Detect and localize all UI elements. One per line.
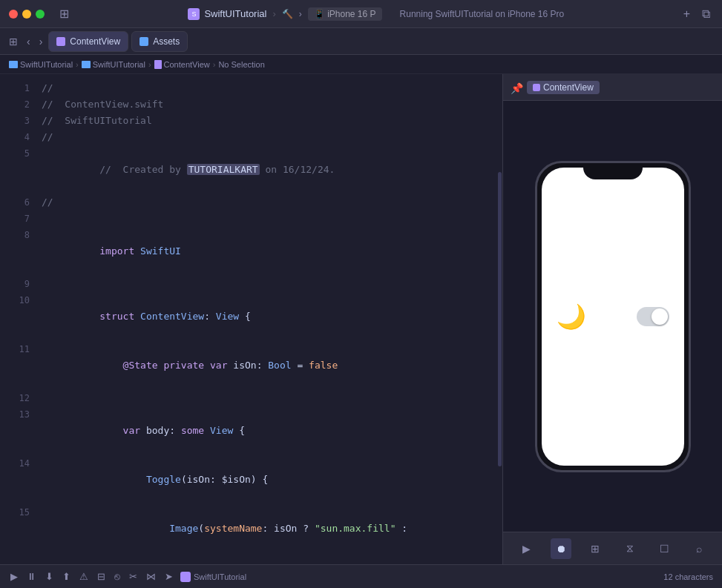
preview-record-button[interactable]: ⏺ [551, 538, 571, 559]
code-line-1: 1 // [0, 80, 502, 96]
status-down-button[interactable]: ⬇ [44, 569, 55, 584]
preview-title-badge[interactable]: ContentView [527, 81, 600, 94]
code-line-2: 2 // ContentView.swift [0, 96, 502, 113]
status-send-button[interactable]: ➤ [163, 569, 174, 584]
app-title: SwiftUITutorial [204, 8, 266, 19]
preview-device-button[interactable]: ☐ [654, 538, 675, 559]
device-preview: 🌙 [503, 101, 722, 532]
preview-toolbar: ▶ ⏺ ⊞ ⧖ ☐ ⌕ [503, 532, 722, 564]
preview-badge-icon [533, 84, 540, 91]
status-run-button[interactable]: ▶ [9, 569, 19, 584]
sidebar-toggle-button[interactable]: ⊞ [56, 5, 72, 22]
preview-play-button[interactable]: ▶ [516, 538, 536, 559]
folder-icon-2 [82, 61, 91, 68]
close-button[interactable] [9, 10, 18, 19]
breadcrumb-label-3: ContentView [164, 60, 210, 69]
toggle-knob [652, 308, 668, 325]
tab-assets-label: Assets [153, 36, 180, 47]
code-line-14: 14 Toggle(isOn: $isOn) { [0, 455, 502, 504]
moon-icon: 🌙 [557, 303, 586, 331]
breadcrumb-sep-2: › [148, 60, 151, 69]
code-line-7: 7 [0, 211, 502, 227]
breadcrumb-label-1: SwiftUITutorial [20, 60, 73, 69]
status-bar: ▶ ⏸ ⬇ ⬆ ⚠ ⊟ ⎋ ✂ ⋈ ➤ SwiftUITutorial 12 c… [0, 564, 722, 588]
title-separator: › [272, 8, 275, 19]
pin-icon[interactable]: 📌 [511, 82, 521, 93]
code-line-10: 10 struct ContentView: View { [0, 292, 502, 341]
status-scissors-button[interactable]: ✂ [128, 569, 139, 584]
code-editor[interactable]: 1 // 2 // ContentView.swift 3 // SwiftUI… [0, 74, 503, 564]
preview-title-label: ContentView [543, 82, 594, 93]
code-line-8: 8 import SwiftUI [0, 227, 502, 276]
breadcrumb-sep-1: › [76, 60, 79, 69]
nav-back-button[interactable]: ‹ [24, 34, 33, 49]
status-pause-button[interactable]: ⏸ [25, 569, 38, 584]
code-line-13: 13 var body: some View { [0, 406, 502, 455]
code-content: 1 // 2 // ContentView.swift 3 // SwiftUI… [0, 74, 502, 564]
folder-icon-1 [9, 61, 18, 68]
toggle-switch[interactable] [637, 307, 669, 326]
code-line-5: 5 // Created by TUTORIALKART on 16/12/24… [0, 145, 502, 194]
title-bar: ⊞ S SwiftUITutorial › 🔨 › 📱 iPhone 16 P … [0, 0, 722, 28]
nav-forward-button[interactable]: › [36, 34, 46, 49]
code-line-11: 11 @State private var isOn: Bool = false [0, 341, 502, 390]
breadcrumb: SwiftUITutorial › SwiftUITutorial › Cont… [0, 55, 722, 74]
code-line-15b: "moon.fill") [0, 553, 502, 564]
assets-icon [140, 37, 148, 46]
file-icon-3 [154, 60, 162, 69]
breadcrumb-label-4: No Selection [218, 60, 264, 69]
breadcrumb-sep-3: › [213, 60, 216, 69]
breadcrumb-item-1[interactable]: SwiftUITutorial [9, 60, 73, 69]
run-status: Running SwiftUITutorial on iPhone 16 Pro [400, 9, 565, 19]
status-share-button[interactable]: ⎋ [113, 569, 122, 584]
device-label: iPhone 16 P [327, 9, 375, 19]
status-layout-button[interactable]: ⊟ [96, 569, 107, 584]
breadcrumb-label-2: SwiftUITutorial [93, 60, 145, 69]
main-area: 1 // 2 // ContentView.swift 3 // SwiftUI… [0, 74, 722, 564]
phone-frame: 🌙 [535, 161, 691, 472]
code-line-4: 4 // [0, 129, 502, 145]
status-app-name: SwiftUITutorial [180, 572, 246, 582]
breadcrumb-item-3[interactable]: ContentView [154, 60, 210, 69]
status-char-count: 12 characters [663, 572, 713, 581]
add-button[interactable]: + [680, 6, 693, 22]
status-merge-button[interactable]: ⋈ [145, 569, 157, 584]
phone-notch [583, 163, 643, 179]
code-line-15: 15 Image(systemName: isOn ? "sun.max.fil… [0, 504, 502, 553]
separator2: › [299, 9, 302, 19]
fullscreen-button[interactable] [36, 10, 45, 19]
traffic-lights [9, 10, 45, 19]
minimize-button[interactable] [22, 10, 31, 19]
app-icon: S [188, 8, 200, 20]
code-line-12: 12 [0, 390, 502, 406]
preview-grid-button[interactable]: ⊞ [585, 538, 606, 559]
title-bar-center: S SwiftUITutorial › 🔨 › 📱 iPhone 16 P Ru… [78, 7, 675, 21]
tab-bar: ⊞ ‹ › ContentView Assets [0, 28, 722, 55]
device-badge[interactable]: 📱 iPhone 16 P [308, 7, 382, 21]
status-app-icon [180, 572, 191, 582]
scroll-track[interactable] [496, 74, 502, 564]
nav-grid-button[interactable]: ⊞ [6, 34, 21, 49]
breadcrumb-item-2[interactable]: SwiftUITutorial [82, 60, 145, 69]
preview-panel: 📌 ContentView 🌙 ▶ [503, 74, 722, 564]
phone-content: 🌙 [557, 303, 669, 331]
device-icon: 📱 [314, 9, 325, 19]
status-warning-button[interactable]: ⚠ [78, 569, 90, 584]
status-up-button[interactable]: ⬆ [61, 569, 72, 584]
scheme-indicator: 🔨 [282, 9, 293, 19]
status-left: ▶ ⏸ ⬇ ⬆ ⚠ ⊟ ⎋ ✂ ⋈ ➤ SwiftUITutorial [9, 569, 657, 584]
tab-assets[interactable]: Assets [131, 31, 188, 52]
swift-file-icon [56, 37, 65, 46]
tab-content-view-label: ContentView [70, 36, 120, 47]
code-line-6: 6 // [0, 194, 502, 211]
split-view-button[interactable]: ⧉ [699, 6, 713, 22]
preview-search-button[interactable]: ⌕ [689, 538, 709, 559]
code-line-9: 9 [0, 276, 502, 292]
tab-content-view[interactable]: ContentView [48, 31, 128, 52]
preview-pin-button[interactable]: ⧖ [620, 538, 640, 559]
preview-header: 📌 ContentView [503, 74, 722, 101]
breadcrumb-item-4: No Selection [218, 60, 264, 69]
scroll-thumb [498, 172, 502, 466]
code-line-3: 3 // SwiftUITutorial [0, 113, 502, 129]
title-bar-actions: + ⧉ [680, 6, 713, 22]
